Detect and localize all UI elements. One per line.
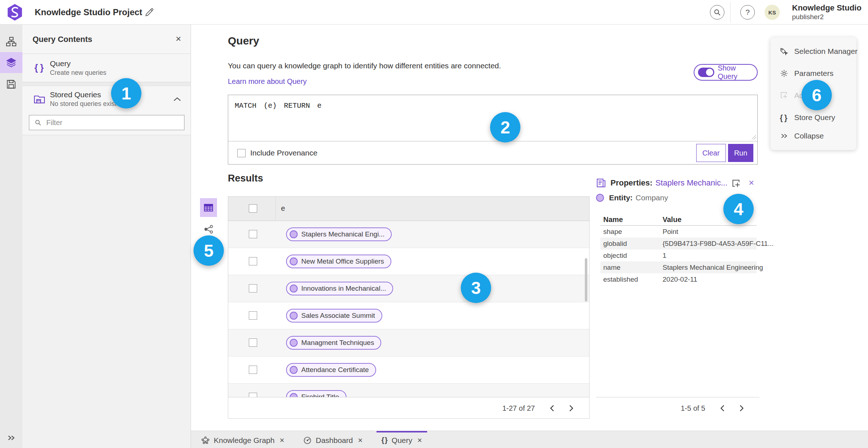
- tab-close-icon[interactable]: ×: [358, 436, 363, 445]
- property-row: shape Point: [600, 226, 757, 238]
- app-logo-icon[interactable]: [7, 3, 23, 21]
- layers-icon: [6, 57, 17, 68]
- table-view-button[interactable]: [200, 198, 217, 217]
- pagination-prev-icon[interactable]: [549, 405, 554, 412]
- filter-input[interactable]: [46, 119, 176, 127]
- panel-item-stored-queries[interactable]: Stored Queries No stored queries exist: [22, 86, 191, 112]
- properties-entity-link[interactable]: Staplers Mechanic...: [655, 178, 727, 188]
- store-query-item[interactable]: { } Store Query: [770, 107, 856, 128]
- panel-item-subtitle: Create new queries: [50, 69, 106, 77]
- row-checkbox[interactable]: [249, 393, 257, 397]
- entity-pill[interactable]: Managment Techniques: [286, 336, 381, 350]
- property-name: established: [603, 276, 638, 283]
- column-header-name: Name: [603, 216, 623, 224]
- tab-close-icon[interactable]: ×: [417, 436, 422, 445]
- results-table-header: e: [228, 197, 589, 221]
- tool-label: Store Query: [794, 113, 835, 122]
- table-row[interactable]: New Metal Office Suppliers: [228, 248, 589, 275]
- query-description: You can query a knowledge graph to ident…: [228, 61, 501, 70]
- row-checkbox[interactable]: [249, 311, 257, 320]
- entity-pill-label: Sales Associate Summit: [301, 312, 375, 320]
- collapse-section-chevron-icon[interactable]: [173, 97, 181, 102]
- row-checkbox[interactable]: [249, 230, 257, 238]
- panel-item-subtitle: No stored queries exist: [50, 100, 116, 108]
- entity-pill[interactable]: Firebird Title: [286, 390, 346, 397]
- entity-pill[interactable]: Innovations in Mechanical...: [286, 282, 393, 295]
- pagination-next-icon[interactable]: [569, 405, 574, 412]
- search-button[interactable]: [710, 5, 724, 20]
- show-query-toggle[interactable]: Show Query: [694, 64, 758, 81]
- selection-manager-item[interactable]: Selection Manager: [770, 41, 856, 62]
- braces-icon: { }: [780, 113, 788, 122]
- annotation-circle-1: 1: [111, 78, 141, 108]
- search-icon: [713, 8, 722, 17]
- panel-close-icon[interactable]: ×: [176, 33, 181, 44]
- rail-layers-button[interactable]: [0, 52, 22, 73]
- properties-close-icon[interactable]: ×: [749, 177, 754, 188]
- bottom-tab-bar: Knowledge Graph × Dashboard × { } Query …: [191, 431, 868, 448]
- link-chart-icon: [204, 224, 214, 234]
- learn-more-link[interactable]: Learn more about Query: [228, 77, 307, 86]
- rail-data-model-button[interactable]: [0, 31, 22, 52]
- knowledge-graph-icon: [201, 436, 210, 445]
- entity-pill-label: New Metal Office Suppliers: [301, 257, 384, 265]
- property-value: 2020-02-11: [663, 276, 697, 283]
- panel-header: Query Contents ×: [22, 25, 191, 54]
- toggle-switch[interactable]: [698, 68, 714, 77]
- include-provenance-checkbox[interactable]: [237, 149, 246, 157]
- table-row[interactable]: Attendance Certificate: [228, 357, 589, 384]
- run-button[interactable]: Run: [728, 144, 753, 162]
- tab-close-icon[interactable]: ×: [280, 436, 284, 445]
- table-row[interactable]: Firebird Title: [228, 384, 589, 397]
- row-checkbox[interactable]: [249, 366, 257, 374]
- collapse-item[interactable]: Collapse: [770, 125, 856, 146]
- entity-pill[interactable]: Sales Associate Summit: [286, 309, 382, 323]
- rail-expand-button[interactable]: [0, 427, 22, 448]
- link-chart-view-button[interactable]: [204, 224, 214, 234]
- avatar-initials: KS: [769, 9, 776, 16]
- results-scrollbar[interactable]: [585, 258, 587, 302]
- entity-dot-icon: [290, 312, 298, 320]
- panel-item-title: Query: [50, 59, 106, 68]
- row-checkbox[interactable]: [249, 257, 257, 265]
- tab-knowledge-graph[interactable]: Knowledge Graph ×: [196, 431, 289, 448]
- row-checkbox[interactable]: [249, 338, 257, 347]
- tab-dashboard[interactable]: Dashboard ×: [298, 431, 368, 448]
- topbar-divider: [730, 2, 731, 23]
- stored-queries-empty-area: [22, 135, 191, 448]
- user-role: publisher2: [792, 13, 861, 21]
- properties-doc-icon: [596, 178, 606, 188]
- user-avatar[interactable]: KS: [765, 5, 780, 20]
- add-to-link-chart-button[interactable]: [731, 179, 741, 189]
- table-row[interactable]: Staplers Mechanical Engi...: [228, 221, 589, 248]
- help-button[interactable]: ?: [740, 5, 755, 20]
- tab-label: Knowledge Graph: [214, 436, 275, 445]
- select-all-checkbox[interactable]: [249, 204, 257, 213]
- table-icon: [204, 203, 213, 213]
- help-icon: ?: [745, 8, 750, 17]
- panel-item-query[interactable]: { } Query Create new queries: [22, 54, 191, 82]
- rail-save-button[interactable]: [0, 74, 22, 95]
- entity-pill-label: Firebird Title: [301, 393, 339, 397]
- entity-pill[interactable]: Staplers Mechanical Engi...: [286, 227, 392, 241]
- pagination-prev-icon[interactable]: [720, 405, 725, 412]
- double-chevron-right-icon: [780, 132, 788, 140]
- resize-handle[interactable]: [752, 135, 757, 140]
- entity-pill[interactable]: New Metal Office Suppliers: [286, 255, 391, 268]
- clear-button[interactable]: Clear: [696, 144, 726, 162]
- table-row[interactable]: Innovations in Mechanical...: [228, 275, 589, 302]
- query-contents-panel: Query Contents × { } Query Create new qu…: [22, 25, 191, 448]
- pagination-next-icon[interactable]: [739, 405, 744, 412]
- filter-field: [29, 115, 184, 130]
- toggle-knob: [706, 69, 713, 76]
- edit-title-icon[interactable]: [145, 8, 154, 17]
- entity-pill[interactable]: Attendance Certificate: [286, 363, 376, 377]
- table-row[interactable]: Sales Associate Summit: [228, 302, 589, 329]
- row-checkbox[interactable]: [249, 284, 257, 293]
- entity-dot-icon: [290, 339, 298, 347]
- user-menu[interactable]: Knowledge Studio publisher2: [792, 3, 861, 21]
- tab-query[interactable]: { } Query ×: [376, 431, 427, 448]
- table-row[interactable]: Managment Techniques: [228, 329, 589, 357]
- top-bar: Knowledge Studio Project ? KS Knowledge …: [0, 0, 868, 25]
- project-title: Knowledge Studio Project: [35, 0, 142, 25]
